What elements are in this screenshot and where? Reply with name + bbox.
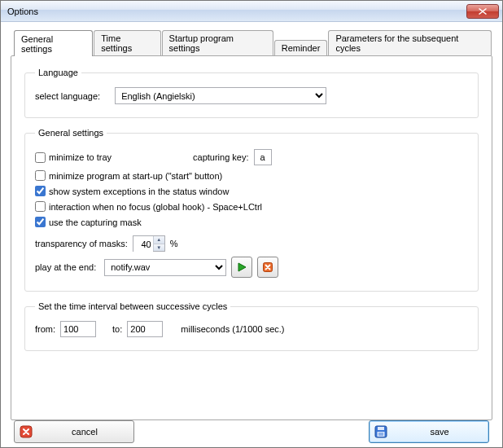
use-capturing-mask-label: use the capturing mask [49, 217, 142, 227]
close-icon [479, 8, 487, 15]
play-at-end-label: play at the end: [35, 262, 96, 272]
play-sound-button[interactable] [231, 257, 252, 278]
cancel-icon [20, 425, 33, 438]
play-at-end-dropdown[interactable]: notify.wav [104, 259, 226, 276]
use-capturing-mask-checkbox[interactable] [35, 217, 46, 227]
general-settings-group: General settings minimize to tray captur… [24, 128, 479, 292]
save-icon [374, 425, 387, 438]
window-title: Options [7, 7, 466, 16]
language-legend: Language [35, 68, 81, 77]
save-label: save [396, 427, 483, 437]
tab-time-settings[interactable]: Time settings [94, 30, 160, 55]
delete-icon [262, 261, 273, 273]
tab-general-settings[interactable]: General settings [14, 30, 93, 56]
svg-rect-7 [378, 435, 383, 436]
interval-to-input[interactable] [127, 321, 163, 337]
window-close-button[interactable] [466, 4, 499, 19]
svg-rect-6 [378, 433, 383, 434]
interaction-global-hook-label: interaction when no focus (global hook) … [49, 202, 262, 212]
capturing-key-label: capturing key: [193, 152, 248, 162]
tab-bar: General settings Time settings Startup p… [14, 30, 492, 55]
spinner-up-icon[interactable]: ▲ [154, 236, 164, 244]
interval-unit-label: milliseconds (1/1000 sec.) [181, 324, 284, 334]
svg-rect-5 [378, 432, 385, 437]
cancel-label: cancel [41, 427, 129, 437]
svg-rect-4 [378, 427, 384, 430]
minimize-to-tray-checkbox[interactable] [35, 152, 46, 163]
general-settings-legend: General settings [35, 128, 107, 138]
capturing-key-input[interactable] [254, 149, 272, 165]
minimize-at-startup-label: minimize program at start-up ("start" bu… [49, 171, 222, 181]
language-group: Language select language: English (Angie… [24, 68, 479, 118]
tab-startup-program-settings[interactable]: Startup program settings [162, 30, 273, 55]
select-language-dropdown[interactable]: English (Angielski) [115, 87, 326, 104]
minimize-to-tray-label: minimize to tray [49, 152, 112, 162]
transparency-spinner[interactable]: ▲ ▼ [133, 235, 165, 252]
interval-to-label: to: [112, 324, 122, 334]
interval-group: Set the time interval between successive… [24, 301, 479, 351]
show-system-exceptions-checkbox[interactable] [35, 186, 46, 196]
play-icon [236, 261, 247, 273]
titlebar: Options [1, 1, 502, 22]
transparency-label: transparency of masks: [35, 239, 128, 248]
show-system-exceptions-label: show system exceptions in the status win… [49, 187, 229, 196]
save-button[interactable]: save [369, 420, 489, 443]
transparency-input[interactable] [133, 236, 153, 253]
minimize-at-startup-checkbox[interactable] [35, 170, 46, 181]
tab-panel-general: Language select language: English (Angie… [11, 55, 492, 420]
tab-reminder[interactable]: Reminder [274, 40, 328, 55]
svg-marker-0 [238, 263, 246, 271]
cancel-button[interactable]: cancel [14, 420, 134, 443]
interval-legend: Set the time interval between successive… [35, 301, 230, 311]
interval-from-label: from: [35, 324, 55, 334]
clear-sound-button[interactable] [257, 257, 278, 278]
spinner-down-icon[interactable]: ▼ [154, 244, 164, 252]
tab-parameters-subsequent-cycles[interactable]: Parameters for the subsequent cycles [328, 30, 492, 55]
interaction-global-hook-checkbox[interactable] [35, 201, 46, 212]
transparency-unit: % [170, 239, 178, 248]
interval-from-input[interactable] [60, 321, 96, 337]
select-language-label: select language: [35, 91, 100, 101]
